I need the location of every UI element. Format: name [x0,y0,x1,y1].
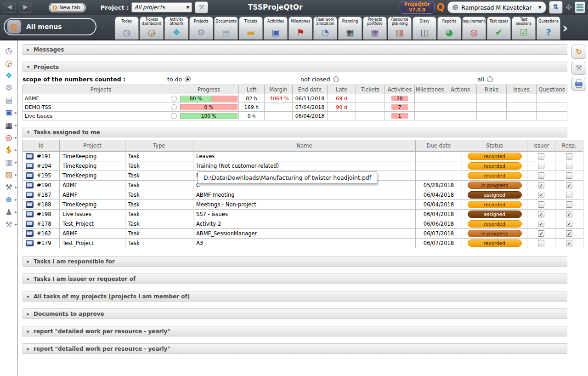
tab-resource-planning[interactable]: Resource planning▥ [388,17,412,40]
computer-icon[interactable] [26,192,34,198]
computer-icon[interactable] [26,230,34,237]
project-select[interactable]: All projects ▼ [131,2,192,12]
computer-icon[interactable] [26,211,34,217]
resp-checkbox[interactable] [566,201,572,208]
task-id[interactable]: #188 [37,201,51,208]
column-header-left[interactable]: Left [239,85,265,94]
issuer-checkbox[interactable]: ✓ [538,211,544,217]
computer-icon[interactable] [26,153,34,160]
section-projects[interactable]: ▾ Projects [23,62,567,72]
radio-not-closed[interactable] [333,76,339,82]
column-header-progress[interactable]: Progress [179,85,239,94]
sidebar-item-maintenance[interactable]: ⚒▸ [0,218,17,230]
column-header-milestones[interactable]: Milestones [415,85,444,94]
column-header-projects[interactable]: Projects [23,85,179,94]
sidebar-item-environment[interactable]: ⊕▸ [0,193,17,205]
issuer-checkbox[interactable] [538,153,544,160]
tab-milestones[interactable]: Milestones⚑ [288,17,312,40]
section-messages[interactable]: ▸ Messages [23,44,567,55]
task-id[interactable]: #191 [37,153,51,160]
column-header-end-date[interactable]: End date [293,85,328,94]
section-report-detailed-work-per-resource-yearly[interactable]: ▸report "detailed work per resource - ye… [23,343,567,354]
column-header-due-date[interactable]: Due date [416,140,462,152]
task-id[interactable]: #190 [37,182,51,188]
task-id[interactable]: #162 [37,230,51,237]
sidebar-item-planning[interactable]: ▦▸ [0,119,17,131]
fullscreen-expand-icon[interactable]: ✥ [565,3,572,12]
tab-activities[interactable]: Activities▣ [264,17,288,40]
column-header-issues[interactable]: Issues [507,85,537,94]
issuer-checkbox[interactable] [538,240,544,246]
scope-option-all[interactable]: all [477,76,493,83]
column-header-name[interactable]: Name [193,140,416,152]
wrench-button[interactable]: ⚒ [571,61,586,75]
tab-diary[interactable]: Diary◫ [413,17,436,40]
section-all-tasks-of-my-projects-projects-i-am-member-of[interactable]: ▸All tasks of my projects (projects I am… [23,291,567,302]
tab-test-sessions[interactable]: Test sessions☑ [512,17,536,40]
tab-activity-stream[interactable]: Activity Stream❖ [164,17,188,40]
task-id[interactable]: #179 [37,240,51,246]
all-menus-button[interactable]: Q All menus [4,18,96,35]
back-button[interactable]: ◀ [3,2,16,13]
sidebar-item-automation[interactable]: ♟▸ [0,205,17,218]
tab-tickets-dashboard[interactable]: Tickets dashboard◶ [140,17,164,40]
resp-checkbox[interactable] [566,172,572,179]
resp-checkbox[interactable] [566,192,572,198]
task-id[interactable]: #178 [37,221,51,227]
column-header-margin[interactable]: Margin [265,85,293,94]
row-height-button[interactable]: ⇅ [549,1,563,14]
project-edit-button[interactable]: ⚒ [195,1,208,13]
resp-checkbox[interactable]: ✓ [566,182,572,188]
issuer-checkbox[interactable] [538,163,544,169]
project-radio[interactable] [171,113,177,119]
section-report-detailed-work-per-resource-yearly[interactable]: ▸report "detailed work per resource - ye… [23,326,567,336]
tab-projects-portfolio[interactable]: Projects portfolio▦ [363,17,387,40]
refresh-button[interactable]: ↻ [571,45,586,59]
computer-icon[interactable] [26,163,34,169]
computer-icon[interactable] [26,221,34,227]
user-menu[interactable]: ☻ Ramprasad M Kavatekar ▼ [447,1,546,13]
sidebar-item-tools[interactable]: ⚒▸ [0,181,17,193]
task-id[interactable]: #187 [37,192,51,198]
column-header-late[interactable]: Late [328,85,356,94]
issuer-checkbox[interactable] [538,201,544,208]
computer-icon[interactable] [26,240,34,246]
menu-toggle-button[interactable] [575,1,585,13]
radio-all[interactable] [487,76,493,82]
sidebar-item-product[interactable]: ▧▸ [0,168,17,181]
column-header-activities[interactable]: Activities [385,85,415,94]
computer-icon[interactable] [26,172,34,179]
sidebar-item-tickets-dashboard[interactable]: ◶ [0,57,17,69]
resp-checkbox[interactable] [566,163,572,169]
sidebar-item-activity-stream[interactable]: ❖ [0,69,17,81]
tab-projects[interactable]: Projects⚙ [189,17,213,40]
column-header-status[interactable]: Status [462,140,527,152]
column-header-tickets[interactable]: Tickets [356,85,385,94]
sidebar-item-financial[interactable]: $▸ [0,143,17,156]
sidebar-item-requirements[interactable]: ◎▸ [0,131,17,143]
issuer-checkbox[interactable]: ✓ [538,230,544,237]
tab-test-cases[interactable]: Test cases✔ [487,17,511,40]
tab-tickets[interactable]: Tickets▬ [239,17,263,40]
resp-checkbox[interactable] [566,153,572,160]
forward-button[interactable]: ▶ [19,2,32,13]
project-radio[interactable] [171,104,177,110]
project-radio[interactable] [171,96,177,102]
column-header-project[interactable]: Project [60,140,125,152]
sidebar-item-activities[interactable]: ▣▸ [0,106,17,119]
section-tasks-assigned[interactable]: ▾ Tasks assigned to me [23,127,567,137]
issuer-checkbox[interactable]: ✓ [538,192,544,198]
tab-planning[interactable]: Planning▦ [338,17,362,40]
task-id[interactable]: #195 [37,172,51,179]
column-header-resp[interactable]: Resp. [555,140,583,152]
section-tasks-i-am-issuer-or-requestor-of[interactable]: ▸Tasks I am issuer or requestor of [23,273,567,284]
tab-requirements[interactable]: Requirements◎ [462,17,486,40]
section-tasks-i-am-responsible-for[interactable]: ▸Tasks I am responsible for [23,256,567,267]
tab-today[interactable]: Today◷ [115,17,139,40]
column-header-type[interactable]: Type [125,140,193,152]
computer-icon[interactable] [26,182,34,188]
tab-quotations[interactable]: Quotations? [537,17,560,40]
radio-to-do[interactable] [185,76,191,82]
issuer-checkbox[interactable]: ✓ [538,221,544,227]
sidebar-item-news[interactable]: ▥▸ [0,156,17,168]
